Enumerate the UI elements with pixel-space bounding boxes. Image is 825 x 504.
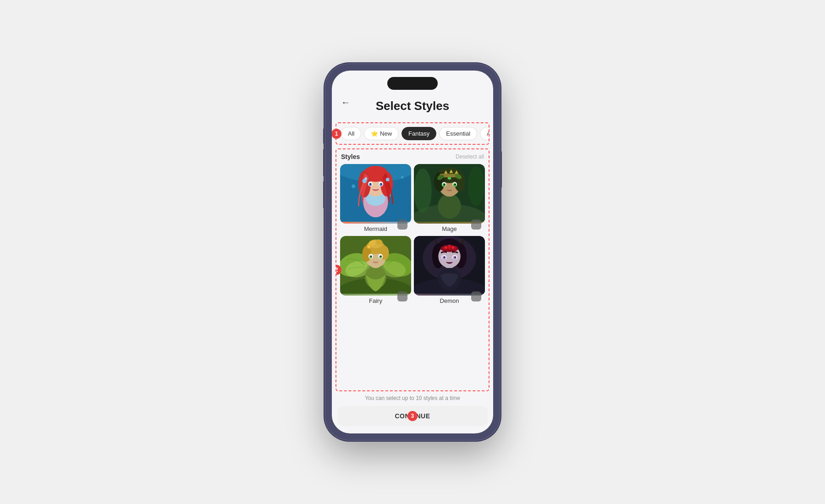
bottom-section: You can select up to 10 styles at a time…	[332, 391, 493, 433]
svg-point-25	[438, 194, 461, 219]
volume-down-button	[323, 181, 325, 208]
style-checkbox-mage[interactable]	[471, 219, 481, 230]
svg-point-63	[370, 256, 372, 257]
continue-button-wrap: 3 CONTINUE	[337, 406, 488, 426]
back-button[interactable]: ←	[341, 97, 350, 108]
svg-point-86	[455, 257, 456, 258]
filter-tabs-row: All ⭐ New Fantasy Essential Art	[336, 123, 489, 144]
tab-essential[interactable]: Essential	[439, 127, 477, 140]
hint-text: You can select up to 10 styles at a time	[337, 395, 488, 401]
svg-point-66	[368, 245, 370, 248]
tab-art[interactable]: Art	[480, 127, 489, 140]
svg-point-19	[364, 177, 367, 180]
mute-button	[323, 128, 325, 144]
styles-section: 2 Styles Deselect all	[336, 148, 490, 391]
svg-point-64	[380, 256, 382, 257]
svg-point-41	[444, 184, 445, 185]
svg-point-43	[448, 177, 451, 180]
tab-all[interactable]: All	[341, 127, 361, 140]
svg-point-85	[444, 257, 445, 258]
phone-wrapper: ← Select Styles 1 All ⭐ New Fantasy Esse…	[325, 64, 500, 440]
svg-point-17	[381, 183, 382, 185]
style-image-demon	[414, 236, 485, 296]
svg-point-80	[451, 246, 454, 249]
screen-content: Select Styles 1 All ⭐ New Fantasy Essent…	[332, 71, 493, 433]
svg-point-23	[414, 169, 432, 213]
style-image-mage	[414, 164, 485, 224]
svg-point-78	[445, 246, 447, 249]
svg-point-79	[448, 245, 451, 248]
svg-point-3	[401, 176, 404, 179]
continue-button[interactable]: 3 CONTINUE	[337, 406, 488, 426]
styles-grid: Mermaid	[336, 162, 489, 309]
style-checkbox-mermaid[interactable]	[397, 219, 407, 230]
style-checkbox-demon[interactable]	[471, 291, 481, 301]
deselect-all-button[interactable]: Deselect all	[456, 153, 484, 160]
styles-label: Styles	[341, 153, 360, 160]
svg-point-2	[352, 185, 355, 188]
style-card-fairy[interactable]: Fairy	[340, 236, 411, 305]
svg-point-24	[468, 166, 484, 206]
power-button	[500, 151, 502, 188]
svg-point-42	[455, 184, 456, 185]
annotation-badge-3: 3	[407, 411, 418, 421]
page-title: Select Styles	[332, 94, 493, 122]
annotation-badge-1: 1	[332, 129, 341, 139]
svg-point-20	[386, 178, 390, 181]
tab-fantasy[interactable]: Fantasy	[402, 127, 436, 140]
style-image-mermaid	[340, 164, 411, 224]
style-card-mage[interactable]: Mage	[414, 164, 485, 233]
style-card-mermaid[interactable]: Mermaid	[340, 164, 411, 233]
dynamic-island	[387, 77, 438, 90]
style-checkbox-fairy[interactable]	[397, 291, 407, 301]
volume-up-button	[323, 149, 325, 176]
phone-screen: ← Select Styles 1 All ⭐ New Fantasy Esse…	[332, 71, 493, 433]
style-image-fairy	[340, 236, 411, 296]
tab-new[interactable]: ⭐ New	[364, 127, 399, 140]
svg-point-16	[370, 183, 371, 185]
filter-section: 1 All ⭐ New Fantasy Essential Art	[336, 122, 490, 145]
style-card-demon[interactable]: Demon	[414, 236, 485, 305]
styles-header: Styles Deselect all	[336, 149, 489, 162]
